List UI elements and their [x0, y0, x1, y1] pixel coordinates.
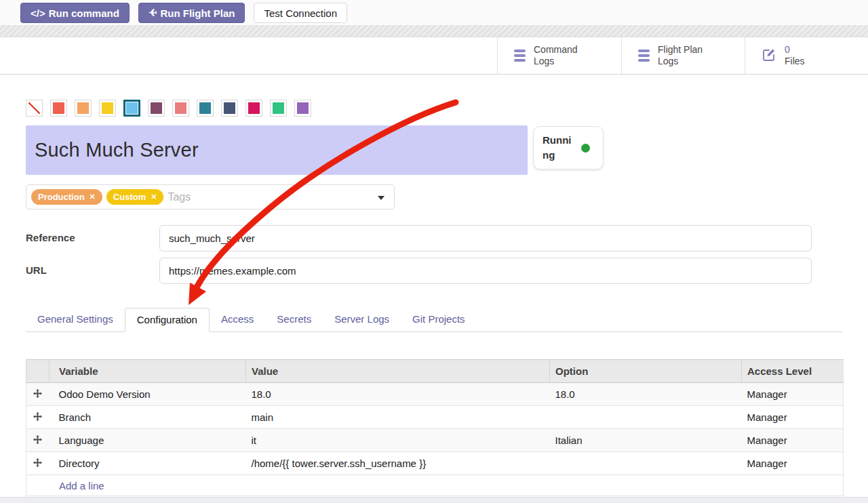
code-icon: </>: [31, 7, 45, 19]
column-header-variable[interactable]: Variable: [50, 360, 246, 383]
reference-input[interactable]: [159, 225, 812, 252]
status-dot: [581, 144, 590, 153]
color-swatch-green[interactable]: [270, 100, 287, 117]
url-label: URL: [26, 264, 47, 276]
top-action-bar: </> Run command ✈ Run Flight Plan Test C…: [0, 0, 868, 25]
tab-git-projects[interactable]: Git Projects: [401, 308, 477, 331]
drag-handle-icon[interactable]: [26, 406, 50, 429]
status-badge[interactable]: Running: [533, 126, 604, 169]
variables-table: Variable Value Option Access Level Odoo …: [26, 359, 844, 496]
stat-button-flight-plan-logs[interactable]: Flight Plan Logs: [621, 37, 745, 74]
cell-access-level[interactable]: Manager: [742, 406, 844, 429]
remove-tag-icon[interactable]: ✕: [151, 193, 157, 201]
tag-pill-production: Production ✕: [31, 189, 102, 205]
tab-secrets[interactable]: Secrets: [265, 308, 323, 331]
list-icon: [514, 49, 526, 62]
table-row[interactable]: Odoo Demo Version 18.0 18.0 Manager: [26, 383, 844, 406]
cell-value[interactable]: main: [246, 406, 550, 429]
cell-option[interactable]: [550, 406, 742, 429]
server-name-field[interactable]: Such Much Server: [26, 125, 528, 175]
bottom-strip: [0, 497, 868, 503]
color-swatch-light-blue-selected[interactable]: [123, 100, 140, 117]
color-swatch-orange[interactable]: [75, 100, 92, 117]
table-header-row: Variable Value Option Access Level: [26, 360, 844, 383]
cell-option[interactable]: [550, 452, 742, 475]
cell-value[interactable]: /home/{{ tower.server.ssh_username }}: [246, 452, 550, 475]
cell-variable[interactable]: Odoo Demo Version: [50, 383, 246, 406]
color-swatch-yellow[interactable]: [99, 100, 116, 117]
add-line-row: Add a line: [26, 475, 844, 496]
edit-square-icon: [762, 47, 776, 64]
color-swatch-teal[interactable]: [197, 100, 214, 117]
cell-option[interactable]: 18.0: [550, 383, 742, 406]
notebook-tabs: General Settings Configuration Access Se…: [26, 308, 842, 332]
table-row[interactable]: Language it Italian Manager: [26, 429, 844, 452]
table-row[interactable]: Branch main Manager: [26, 406, 844, 429]
stat-label: 0 Files: [785, 44, 805, 68]
stat-button-command-logs[interactable]: Command Logs: [498, 37, 621, 74]
status-label: Running: [542, 133, 575, 163]
tab-access[interactable]: Access: [210, 308, 265, 331]
drag-handle-icon[interactable]: [26, 383, 50, 406]
color-palette: [26, 100, 311, 117]
cell-value[interactable]: 18.0: [246, 383, 550, 406]
color-swatch-dark-blue[interactable]: [221, 100, 238, 117]
color-swatch-no-color[interactable]: [26, 100, 43, 117]
color-swatch-dark-purple[interactable]: [148, 100, 165, 117]
stat-label: Flight Plan Logs: [658, 44, 703, 68]
reference-label: Reference: [26, 232, 75, 243]
color-swatch-red[interactable]: [50, 100, 67, 117]
list-icon: [638, 49, 650, 62]
tab-general-settings[interactable]: General Settings: [26, 308, 125, 331]
test-connection-button[interactable]: Test Connection: [254, 3, 347, 23]
run-flight-plan-button[interactable]: ✈ Run Flight Plan: [138, 3, 245, 23]
tab-server-logs[interactable]: Server Logs: [323, 308, 401, 331]
column-header-access-level[interactable]: Access Level: [742, 360, 844, 383]
run-command-button[interactable]: </> Run command: [20, 3, 130, 23]
stat-button-files[interactable]: 0 Files: [745, 37, 868, 74]
cell-access-level[interactable]: Manager: [742, 429, 844, 452]
column-header-option[interactable]: Option: [550, 360, 742, 383]
plane-icon: ✈: [149, 7, 157, 19]
page-header: Command Logs Flight Plan Logs 0 Files: [0, 37, 868, 75]
hatched-divider-strip: [0, 25, 868, 37]
tags-input[interactable]: Production ✕ Custom ✕ Tags: [26, 184, 395, 209]
add-line-link[interactable]: Add a line: [32, 480, 104, 491]
tab-configuration[interactable]: Configuration: [125, 308, 210, 332]
cell-access-level[interactable]: Manager: [742, 452, 844, 475]
cell-variable[interactable]: Branch: [50, 406, 246, 429]
color-swatch-purple[interactable]: [294, 100, 311, 117]
color-swatch-fuchsia[interactable]: [245, 100, 262, 117]
form-sheet: Such Much Server Running Production ✕ Cu…: [0, 75, 868, 497]
drag-handle-icon[interactable]: [26, 429, 50, 452]
cell-option[interactable]: Italian: [550, 429, 742, 452]
cell-access-level[interactable]: Manager: [742, 383, 844, 406]
chevron-down-icon[interactable]: [378, 196, 384, 200]
drag-handle-icon[interactable]: [26, 452, 50, 475]
drag-handle-column-header: [26, 360, 50, 383]
page-title: Such Much Server: [35, 139, 199, 161]
stat-label: Command Logs: [534, 44, 578, 68]
column-header-value[interactable]: Value: [246, 360, 550, 383]
tag-pill-custom: Custom ✕: [106, 189, 164, 205]
cell-variable[interactable]: Language: [50, 429, 246, 452]
cell-variable[interactable]: Directory: [50, 452, 246, 475]
tags-placeholder: Tags: [167, 191, 191, 203]
url-input[interactable]: [159, 258, 812, 284]
color-swatch-salmon[interactable]: [172, 100, 189, 117]
table-row[interactable]: Directory /home/{{ tower.server.ssh_user…: [26, 452, 844, 475]
cell-value[interactable]: it: [246, 429, 550, 452]
files-count: 0: [785, 44, 790, 55]
remove-tag-icon[interactable]: ✕: [90, 193, 96, 201]
